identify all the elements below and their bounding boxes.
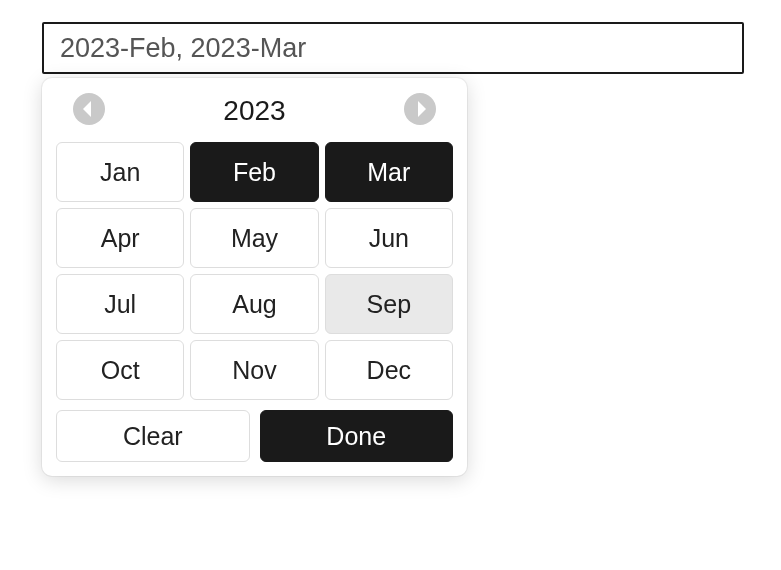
prev-year-button[interactable]: [72, 94, 106, 128]
month-dec[interactable]: Dec: [325, 340, 453, 400]
done-button[interactable]: Done: [260, 410, 454, 462]
date-range-value: 2023-Feb, 2023-Mar: [60, 33, 306, 64]
clear-button[interactable]: Clear: [56, 410, 250, 462]
picker-footer: Clear Done: [54, 410, 455, 462]
months-grid: Jan Feb Mar Apr May Jun Jul Aug Sep Oct …: [54, 138, 455, 410]
month-mar[interactable]: Mar: [325, 142, 453, 202]
next-year-button[interactable]: [403, 94, 437, 128]
month-may[interactable]: May: [190, 208, 318, 268]
arrow-right-icon: [403, 92, 437, 130]
month-feb[interactable]: Feb: [190, 142, 318, 202]
picker-header: 2023: [54, 88, 455, 138]
year-label[interactable]: 2023: [223, 95, 285, 127]
month-oct[interactable]: Oct: [56, 340, 184, 400]
month-apr[interactable]: Apr: [56, 208, 184, 268]
month-nov[interactable]: Nov: [190, 340, 318, 400]
month-aug[interactable]: Aug: [190, 274, 318, 334]
month-picker-popover: 2023 Jan Feb Mar Apr May Jun Jul Aug Sep…: [42, 78, 467, 476]
month-jan[interactable]: Jan: [56, 142, 184, 202]
month-sep[interactable]: Sep: [325, 274, 453, 334]
date-range-input[interactable]: 2023-Feb, 2023-Mar: [42, 22, 744, 74]
month-jun[interactable]: Jun: [325, 208, 453, 268]
month-jul[interactable]: Jul: [56, 274, 184, 334]
arrow-left-icon: [72, 92, 106, 130]
